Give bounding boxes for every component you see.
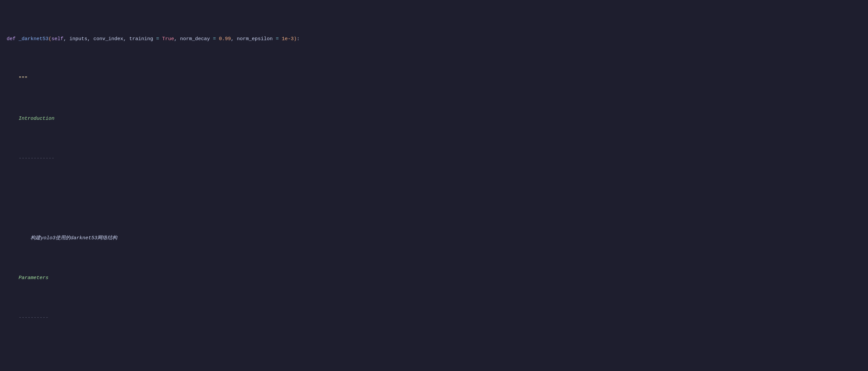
code-line-empty1 (0, 195, 868, 202)
code-line-docstring-open: """ (0, 75, 868, 83)
code-line-empty2 (0, 354, 868, 362)
code-line-intro-header: Introduction (0, 115, 868, 123)
code-line-sep1: ------------ (0, 155, 868, 163)
code-line-sep2: ---------- (0, 314, 868, 322)
code-line-params-header: Parameters (0, 274, 868, 282)
code-editor: def _darknet53(self, inputs, conv_index,… (0, 0, 868, 371)
code-line-def: def _darknet53(self, inputs, conv_index,… (0, 35, 868, 43)
code-line-desc: 构建yolo3使用的darknet53网络结构 (0, 234, 868, 242)
